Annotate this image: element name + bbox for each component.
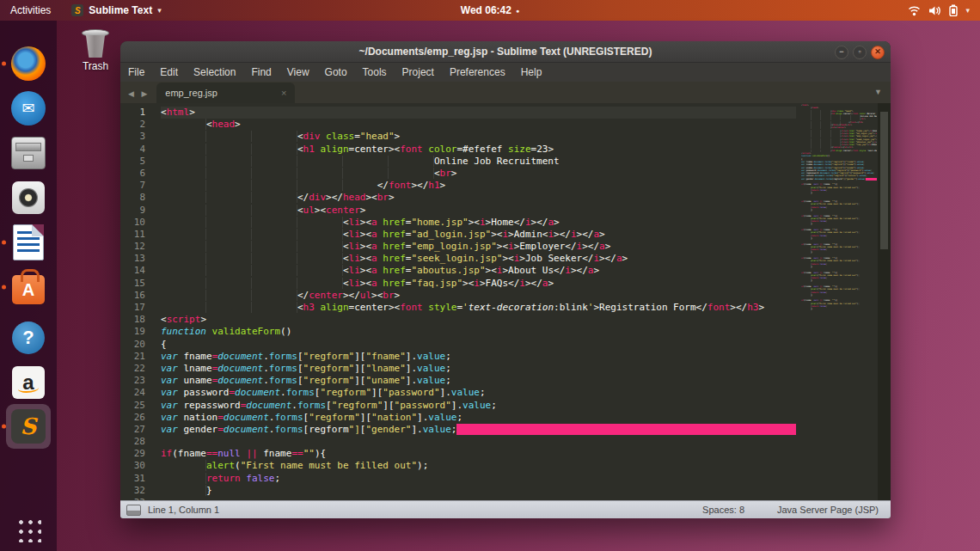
code-line-32[interactable]: } [801, 308, 877, 310]
line-number-8: 8 [120, 192, 153, 204]
dock-item-amazon[interactable]: a [9, 364, 47, 401]
menu-item-project[interactable]: Project [395, 66, 442, 78]
dock-item-thunderbird[interactable]: ✉ [9, 89, 47, 127]
indent-setting[interactable]: Spaces: 8 [702, 505, 744, 515]
running-indicator-dot [2, 241, 6, 245]
menu-item-tools[interactable]: Tools [355, 66, 395, 78]
code-line-8[interactable]: </div></head><br> [161, 192, 796, 204]
code-line-3[interactable]: <div class="head"> [161, 131, 796, 143]
line-number-16: 16 [120, 290, 153, 302]
caret-down-icon: ▾ [965, 6, 970, 15]
dock-item-libreoffice-writer[interactable] [9, 223, 47, 261]
code-line-14[interactable]: <li><a href="aboutus.jsp"><i>About Us</i… [161, 265, 796, 277]
syntax-setting[interactable]: Java Server Page (JSP) [777, 505, 879, 515]
scrollbar-track[interactable] [878, 103, 891, 501]
maximize-icon[interactable]: ▫ [853, 46, 867, 59]
vintage-mode-icon[interactable] [126, 505, 141, 516]
notification-dot-icon: ● [516, 8, 519, 14]
code-line-24[interactable]: var password=document.forms["regform"]["… [161, 387, 796, 399]
running-indicator-dot [2, 285, 6, 290]
code-line-11[interactable]: <li><a href="ad_login.jsp"><i>Admin<i></… [161, 229, 796, 241]
files-icon [11, 137, 46, 169]
line-number-32: 32 [120, 485, 153, 497]
menu-item-preferences[interactable]: Preferences [442, 66, 513, 78]
trash-shortcut[interactable]: Trash [72, 29, 119, 72]
app-menu-button[interactable]: S Sublime Text ▾ [61, 0, 171, 21]
dock-item-files[interactable] [9, 134, 47, 172]
code-line-21[interactable]: var fname=document.forms["regform"]["fna… [161, 351, 796, 363]
line-number-17: 17 [120, 302, 153, 314]
code-area[interactable]: <html> <head> <div class="head"> <h1 ali… [153, 103, 796, 501]
code-line-16[interactable]: </center></ul><br> [161, 290, 796, 302]
tab-bar: ◀ ▶ emp_reg.jsp × ▼ [120, 82, 891, 103]
activities-button[interactable]: Activities [0, 0, 61, 21]
code-line-20[interactable]: { [161, 339, 796, 351]
code-line-19[interactable]: function validateForm() [161, 326, 796, 338]
tab-scroll-arrows[interactable]: ◀ ▶ [128, 89, 150, 98]
code-editor[interactable]: 1234567891011121314151617181920212223242… [120, 103, 891, 501]
code-line-28[interactable] [161, 436, 796, 448]
minimize-icon[interactable]: − [835, 46, 848, 59]
code-line-6[interactable]: <br> [161, 168, 796, 180]
window-title: ~/Documents/emp_reg.jsp - Sublime Text (… [359, 46, 652, 58]
line-number-21: 21 [120, 351, 153, 363]
code-line-22[interactable]: var lname=document.forms["regform"]["lna… [161, 363, 796, 375]
tab-emp-reg-jsp[interactable]: emp_reg.jsp × [156, 83, 295, 103]
code-line-18[interactable]: <script> [161, 314, 796, 326]
line-number-15: 15 [120, 278, 153, 290]
code-line-7[interactable]: </font></h1> [161, 180, 796, 192]
code-line-4[interactable]: <h1 align=center><font color=#efefef siz… [161, 144, 796, 156]
code-line-26[interactable]: var nation=document.forms["regform"]["na… [161, 412, 796, 424]
menu-item-find[interactable]: Find [243, 66, 279, 78]
ubuntu-software-icon: A [12, 275, 45, 304]
code-line-5[interactable]: Online Job Recruitment [161, 156, 796, 168]
code-line-13[interactable]: <li><a href="seek_login.jsp"><i>Job Seek… [161, 253, 796, 265]
clock-button[interactable]: Wed 06:42 ● [461, 4, 519, 16]
code-line-17[interactable]: <h3 align=center><font style='text-decor… [161, 302, 796, 314]
line-number-13: 13 [120, 253, 153, 265]
sublime-text-icon: S [11, 409, 46, 444]
line-number-4: 4 [120, 144, 153, 156]
system-tray-button[interactable]: ▾ [901, 0, 977, 21]
thunderbird-icon: ✉ [11, 91, 46, 126]
battery-icon [949, 4, 958, 16]
scrollbar-thumb[interactable] [880, 112, 888, 249]
menu-item-help[interactable]: Help [513, 66, 550, 78]
dock-item-sublime-text[interactable]: S [9, 407, 47, 445]
menu-item-edit[interactable]: Edit [152, 66, 186, 78]
line-number-6: 6 [120, 168, 153, 180]
code-line-27[interactable]: var gender=document.forms[regform"]["gen… [161, 424, 796, 436]
code-line-12[interactable]: <li><a href="emp_login.jsp"><i>Employer<… [161, 241, 796, 253]
code-line-17[interactable]: <h3 align=center><font style='text-decor… [801, 150, 877, 152]
activities-label: Activities [10, 4, 51, 16]
window-titlebar[interactable]: ~/Documents/emp_reg.jsp - Sublime Text (… [120, 41, 891, 63]
code-line-10[interactable]: <li><a href="home.jsp"><i>Home</i></a> [161, 217, 796, 229]
code-line-23[interactable]: var uname=document.forms["regform"]["una… [161, 375, 796, 387]
code-line-31[interactable]: return false; [161, 473, 796, 485]
code-line-1[interactable]: <html> [161, 107, 796, 119]
code-line-27[interactable]: var gender=document.forms[regform"]["gen… [801, 178, 877, 181]
menu-item-file[interactable]: File [120, 66, 152, 78]
code-line-29[interactable]: if(fname==null || fname==""){ [161, 448, 796, 460]
code-line-15[interactable]: <li><a href="faq.jsp"><i>FAQs</i></a> [161, 278, 796, 290]
dock-item-firefox[interactable] [9, 45, 47, 83]
show-applications-button[interactable] [15, 517, 41, 542]
tab-close-icon[interactable]: × [281, 88, 286, 98]
tab-overflow-icon[interactable]: ▼ [874, 88, 882, 96]
menu-item-selection[interactable]: Selection [186, 66, 243, 78]
line-number-9: 9 [120, 205, 153, 217]
dock-item-ubuntu-software[interactable]: A [9, 268, 47, 306]
dock-item-rhythmbox[interactable] [9, 179, 47, 217]
code-line-25[interactable]: var repassword=document.forms["regform"]… [161, 400, 796, 412]
code-line-9[interactable]: <ul><center> [161, 205, 796, 217]
line-number-20: 20 [120, 339, 153, 351]
code-line-32[interactable]: } [161, 485, 796, 497]
pink-highlight-bar [456, 424, 796, 435]
menu-item-goto[interactable]: Goto [317, 66, 355, 78]
code-line-2[interactable]: <head> [161, 119, 796, 131]
minimap[interactable]: <html> <head> <div class="head"> <h1 ali… [801, 104, 877, 501]
dock-item-help[interactable]: ? [9, 319, 47, 357]
code-line-30[interactable]: alert("First name must be filled out"); [161, 460, 796, 472]
menu-item-view[interactable]: View [279, 66, 317, 78]
close-icon[interactable]: ✕ [871, 46, 885, 59]
